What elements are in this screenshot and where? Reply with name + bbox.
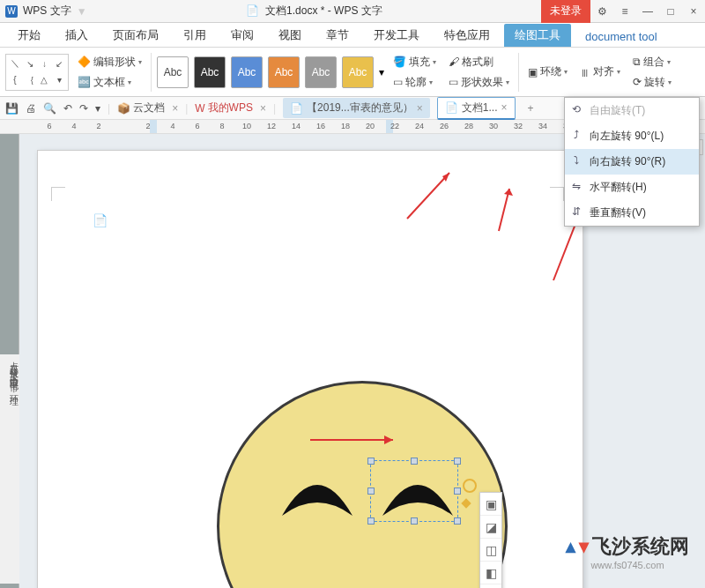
qat-print[interactable]: 🖨 <box>26 102 36 115</box>
rotate-dropdown: ⟲自由旋转(T) ⤴向左旋转 90°(L) ⤵向右旋转 90°(R) ⇋水平翻转… <box>564 97 700 227</box>
style-5[interactable]: Abc <box>342 56 374 88</box>
ribbon-tabs: 开始 插入 页面布局 引用 审阅 视图 章节 开发工具 特色应用 绘图工具 do… <box>0 23 705 48</box>
qat-undo[interactable]: ↶ <box>63 102 72 115</box>
ft-fill-icon[interactable]: ◪ <box>480 516 501 539</box>
shape-effect-button[interactable]: ▭ 形状效果 ▾ <box>445 73 513 92</box>
selection-box[interactable] <box>370 460 458 522</box>
ruler-mark: 18 <box>341 122 350 130</box>
fill-button[interactable]: 🪣 填充 ▾ <box>390 53 440 71</box>
qat-more[interactable]: ▾ <box>95 102 100 115</box>
ruler-mark: 30 <box>489 122 498 130</box>
style-0[interactable]: Abc <box>157 56 189 88</box>
ruler-mark: 4 <box>71 122 76 130</box>
paragraph-mark-icon: 📄 <box>93 213 108 227</box>
style-2[interactable]: Abc <box>231 56 263 88</box>
dd-rotate-right[interactable]: ⤵向右旋转 90°(R) <box>565 149 699 175</box>
tab-special[interactable]: 特色应用 <box>434 24 501 47</box>
mywps-close[interactable]: × <box>260 102 266 115</box>
tab-devtools[interactable]: 开发工具 <box>363 24 430 47</box>
doc-icon: 📄 <box>246 4 259 17</box>
style-3[interactable]: Abc <box>268 56 300 88</box>
ruler-mark: 28 <box>464 122 473 130</box>
qat-save[interactable]: 💾 <box>5 102 19 115</box>
dd-flip-vertical[interactable]: ⇵垂直翻转(V) <box>565 200 699 226</box>
rotate-free-icon: ⟲ <box>570 103 583 115</box>
rotate-handle[interactable] <box>463 479 477 493</box>
mywps-button[interactable]: W 我的WPS <box>195 100 253 115</box>
app-name: WPS 文字 <box>23 4 71 19</box>
login-badge[interactable]: 未登录 <box>541 0 590 23</box>
settings-icon[interactable]: ⚙ <box>590 0 613 23</box>
tab-view[interactable]: 视图 <box>268 24 312 47</box>
flip-h-icon: ⇋ <box>570 180 583 192</box>
qat-redo[interactable]: ↷ <box>79 102 88 115</box>
ruler-mark: 16 <box>316 122 325 130</box>
outline-button[interactable]: ▭ 轮廓 ▾ <box>390 73 440 92</box>
cloud-close[interactable]: × <box>172 102 178 115</box>
doc1-close[interactable]: × <box>417 102 423 115</box>
svg-marker-7 <box>384 435 393 444</box>
minimize-button[interactable]: — <box>636 0 659 23</box>
ruler-mark: 12 <box>267 122 276 130</box>
menu-icon[interactable]: ≡ <box>613 0 636 23</box>
textbox-button[interactable]: 🔤 文本框 ▾ <box>74 73 145 92</box>
ft-effect-icon[interactable]: ◨ <box>480 584 501 588</box>
ruler-mark: 26 <box>440 122 449 130</box>
side-list: 点 东 科 技 英 工 给 涂 电 市 C 环 理 <box>0 354 19 584</box>
tab-document-tool[interactable]: document tool <box>575 26 668 47</box>
handle-t[interactable] <box>411 458 418 465</box>
tab-pagelayout[interactable]: 页面布局 <box>102 24 169 47</box>
rotate-button[interactable]: ⟳ 旋转▾ <box>629 73 675 92</box>
handle-b[interactable] <box>411 517 418 525</box>
new-tab-button[interactable]: + <box>523 102 539 115</box>
ruler-mark: 6 <box>195 122 199 130</box>
qat-preview[interactable]: 🔍 <box>43 102 56 115</box>
ruler-mark: 10 <box>242 122 251 130</box>
ft-shadow-icon[interactable]: ◧ <box>480 562 501 584</box>
annotation-arrow-1 <box>398 166 460 231</box>
tab-chapter[interactable]: 章节 <box>315 24 360 47</box>
tab-drawing[interactable]: 绘图工具 <box>504 24 571 47</box>
tab-reference[interactable]: 引用 <box>173 24 217 47</box>
wrap-button[interactable]: ▣ 环绕▾ <box>524 63 571 81</box>
dd-rotate-left[interactable]: ⤴向左旋转 90°(L) <box>565 123 699 149</box>
smiley-eye-left <box>278 472 357 520</box>
dd-flip-horizontal[interactable]: ⇋水平翻转(H) <box>565 175 699 200</box>
tab-insert[interactable]: 插入 <box>55 24 99 47</box>
ft-wrap-icon[interactable]: ▣ <box>480 493 501 516</box>
cloud-doc-button[interactable]: 📦 云文档 <box>117 100 165 115</box>
margin-corner-tl <box>51 187 65 201</box>
align-button[interactable]: ⫼ 对齐▾ <box>576 63 624 81</box>
handle-tr[interactable] <box>454 458 461 465</box>
maximize-button[interactable]: □ <box>659 0 682 23</box>
close-button[interactable]: × <box>682 0 705 23</box>
flip-v-icon: ⇵ <box>570 205 583 218</box>
handle-tl[interactable] <box>367 458 375 465</box>
ruler-mark: 6 <box>47 122 51 130</box>
tab-start[interactable]: 开始 <box>7 24 51 47</box>
group-button[interactable]: ⧉ 组合▾ <box>629 53 675 71</box>
ruler-mark: 34 <box>538 122 547 130</box>
ruler-mark: 2 <box>145 122 150 130</box>
handle-br[interactable] <box>454 517 461 525</box>
wps-logo-icon: W <box>5 5 18 18</box>
format-painter-button[interactable]: 🖌 格式刷 <box>445 53 513 71</box>
svg-marker-3 <box>504 189 513 196</box>
style-4[interactable]: Abc <box>305 56 337 88</box>
shape-gallery[interactable]: ＼↘↓↙ {｛△▾ <box>5 54 69 91</box>
style-1[interactable]: Abc <box>194 56 226 88</box>
ruler-mark: 22 <box>390 122 399 130</box>
edit-shape-button[interactable]: 🔶 编辑形状 ▾ <box>74 53 145 71</box>
handle-bl[interactable] <box>367 517 375 525</box>
doc-tab-2[interactable]: 📄 文档1... × <box>437 97 516 120</box>
ft-line-icon[interactable]: ◫ <box>480 539 501 562</box>
handle-r[interactable] <box>454 488 461 495</box>
dd-free-rotate[interactable]: ⟲自由旋转(T) <box>565 98 699 123</box>
doc-tab-1[interactable]: 📄 【2019...审表的意见） × <box>283 98 430 118</box>
handle-l[interactable] <box>367 488 375 495</box>
tab-review[interactable]: 审阅 <box>220 24 264 47</box>
doc2-close[interactable]: × <box>501 101 507 114</box>
ruler-mark: 8 <box>219 122 224 130</box>
style-more[interactable]: ▾ <box>379 66 384 78</box>
ruler-mark: 32 <box>514 122 523 130</box>
